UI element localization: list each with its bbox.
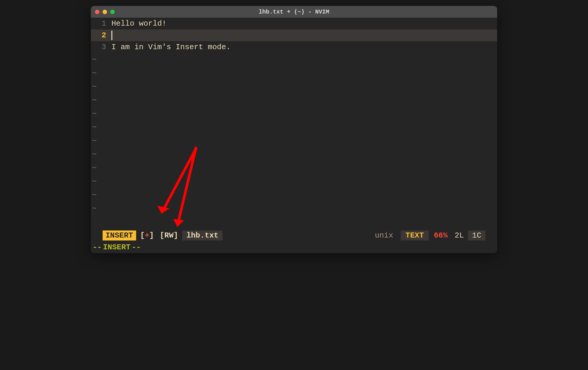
close-button[interactable] bbox=[95, 10, 99, 14]
editor-line[interactable]: 1Hello world! bbox=[91, 18, 497, 29]
empty-line-tilde: ~ bbox=[91, 202, 497, 215]
mode-indicator: INSERT bbox=[103, 230, 136, 240]
column-number-status: 1C bbox=[468, 230, 485, 240]
readwrite-flag: [RW] bbox=[158, 230, 180, 240]
terminal-window: lhb.txt + (~) - NVIM 1Hello world!23I am… bbox=[91, 6, 497, 253]
cmd-dash-prefix: -- bbox=[93, 243, 102, 252]
maximize-button[interactable] bbox=[110, 10, 115, 14]
line-content[interactable] bbox=[111, 31, 497, 40]
line-content[interactable]: I am in Vim's Insert mode. bbox=[111, 43, 497, 52]
empty-line-tilde: ~ bbox=[91, 67, 497, 80]
line-content[interactable]: Hello world! bbox=[111, 19, 497, 28]
empty-line-tilde: ~ bbox=[91, 107, 497, 121]
cursor bbox=[111, 31, 112, 40]
minimize-button[interactable] bbox=[103, 10, 107, 14]
titlebar: lhb.txt + (~) - NVIM bbox=[91, 6, 497, 18]
editor-line[interactable]: 2 bbox=[91, 29, 497, 41]
traffic-lights bbox=[95, 10, 115, 14]
empty-line-tilde: ~ bbox=[91, 80, 497, 94]
empty-line-tilde: ~ bbox=[91, 175, 497, 188]
empty-line-tilde: ~ bbox=[91, 53, 497, 67]
line-number: 3 bbox=[91, 43, 111, 52]
file-format: unix bbox=[370, 231, 398, 240]
empty-line-tilde: ~ bbox=[91, 121, 497, 134]
cmd-dash-suffix: -- bbox=[132, 243, 141, 252]
svg-marker-2 bbox=[173, 219, 184, 227]
editor-area[interactable]: 1Hello world!23I am in Vim's Insert mode… bbox=[91, 18, 497, 230]
line-number: 2 bbox=[91, 31, 111, 40]
statusline: INSERT [+] [RW] lhb.txt unix TEXT 66% 2L… bbox=[91, 230, 497, 241]
line-number: 1 bbox=[91, 19, 111, 28]
modified-flag: [+] bbox=[138, 230, 156, 240]
filename: lhb.txt bbox=[182, 230, 223, 240]
file-type: TEXT bbox=[401, 230, 428, 240]
empty-line-tilde: ~ bbox=[91, 94, 497, 107]
editor-line[interactable]: 3I am in Vim's Insert mode. bbox=[91, 41, 497, 53]
command-line[interactable]: -- INSERT -- bbox=[91, 241, 497, 253]
scroll-percent: 66% bbox=[431, 231, 451, 240]
line-number-status: 2L bbox=[453, 231, 466, 240]
empty-line-tilde: ~ bbox=[91, 134, 497, 148]
cmd-mode: INSERT bbox=[102, 243, 132, 252]
empty-line-tilde: ~ bbox=[91, 188, 497, 202]
window-title: lhb.txt + (~) - NVIM bbox=[95, 9, 493, 15]
empty-line-tilde: ~ bbox=[91, 161, 497, 175]
empty-line-tilde: ~ bbox=[91, 148, 497, 161]
